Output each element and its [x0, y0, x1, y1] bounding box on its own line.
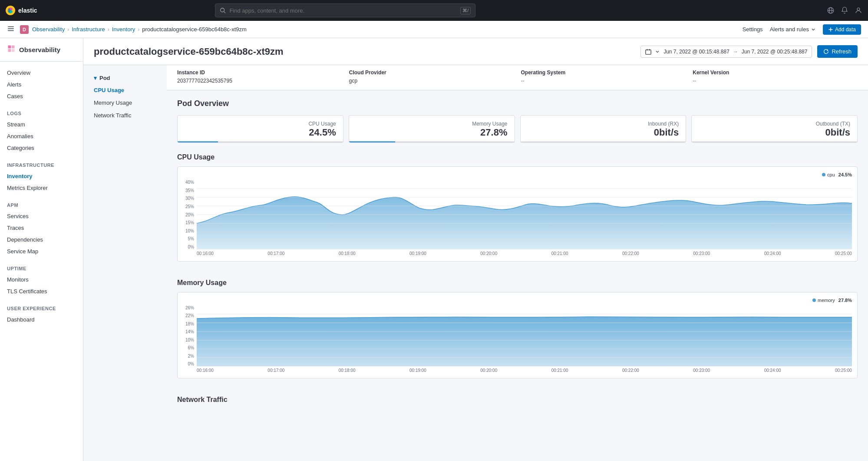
plus-icon: [828, 27, 833, 32]
cpu-chart-container: cpu 24.5% 40%35%30%25%20%15%10%5%0%: [177, 166, 858, 262]
sidebar-item-inventory[interactable]: Inventory: [0, 170, 83, 182]
overview-title: Pod Overview: [177, 99, 858, 108]
time-start: Jun 7, 2022 @ 00:15:48.887: [663, 49, 729, 55]
sidebar-item-monitors[interactable]: Monitors: [0, 274, 83, 285]
pod-nav-network[interactable]: Network Traffic: [83, 109, 167, 122]
metric-card-memory: Memory Usage 27.8%: [349, 115, 515, 143]
memory-x-labels: 00:16:0000:17:0000:18:0000:19:0000:20:00…: [183, 368, 852, 373]
sidebar-item-overview[interactable]: Overview: [0, 67, 83, 79]
sidebar-label-logs: Logs: [0, 109, 83, 119]
sidebar: Observability Overview Alerts Cases Logs…: [0, 38, 83, 461]
cpu-chart-section: CPU Usage cpu 24.5% 40%35%30%25%20%15%10: [167, 153, 868, 279]
refresh-button[interactable]: Refresh: [817, 45, 858, 58]
sidebar-label-apm: APM: [0, 201, 83, 210]
alerts-rules-button[interactable]: Alerts and rules: [770, 26, 816, 33]
bell-icon[interactable]: [840, 6, 849, 15]
sidebar-item-metrics-explorer[interactable]: Metrics Explorer: [0, 182, 83, 194]
pod-cloud-provider: Cloud Provider gcp: [349, 70, 514, 84]
pod-info-grid: Instance ID 2037777022342535795 Cloud Pr…: [177, 65, 858, 90]
chevron-down-icon-time: [655, 49, 660, 54]
user-icon[interactable]: [854, 6, 863, 15]
svg-rect-18: [12, 49, 15, 52]
pod-nav-cpu[interactable]: CPU Usage: [83, 84, 167, 96]
network-chart-section: Network Traffic: [167, 396, 868, 418]
metric-inbound-value: 0bit/s: [528, 127, 679, 138]
breadcrumb-observability[interactable]: Observability: [32, 26, 65, 33]
metric-memory-value: 27.8%: [356, 127, 508, 138]
time-end: Jun 7, 2022 @ 00:25:48.887: [742, 49, 808, 55]
svg-point-4: [221, 8, 224, 12]
sidebar-item-anomalies[interactable]: Anomalies: [0, 130, 83, 142]
chevron-down-icon: [811, 27, 816, 32]
search-icon: [220, 7, 226, 13]
breadcrumb-current: productcatalogservice-659bc64b8c-xt9zm: [142, 26, 247, 33]
metric-outbound-bar: [692, 141, 857, 143]
pod-kernel: Kernel Version --: [693, 70, 858, 84]
metric-outbound-label: Outbound (TX): [699, 121, 850, 127]
metrics-row: CPU Usage 24.5% Memory Usage 27.8%: [177, 115, 858, 143]
breadcrumb-sep-3: ›: [138, 27, 139, 33]
cpu-chart-with-labels: 40%35%30%25%20%15%10%5%0%: [183, 180, 852, 249]
sidebar-item-stream[interactable]: Stream: [0, 119, 83, 130]
svg-rect-17: [8, 49, 11, 52]
user-avatar: D: [20, 25, 29, 34]
sidebar-item-service-map[interactable]: Service Map: [0, 245, 83, 257]
pod-main-content: Instance ID 2037777022342535795 Cloud Pr…: [167, 65, 868, 418]
memory-y-labels: 26%22%18%14%10%6%2%0%: [183, 305, 197, 366]
sidebar-item-dependencies[interactable]: Dependencies: [0, 234, 83, 245]
sidebar-item-cases[interactable]: Cases: [0, 90, 83, 102]
sidebar-item-alerts[interactable]: Alerts: [0, 79, 83, 90]
metric-cpu-value: 24.5%: [185, 127, 336, 138]
sidebar-item-services[interactable]: Services: [0, 210, 83, 222]
search-shortcut: ⌘/: [460, 7, 471, 14]
sidebar-item-tls[interactable]: TLS Certificates: [0, 285, 83, 297]
global-search[interactable]: ⌘/: [215, 3, 475, 17]
top-bar: elastic ⌘/: [0, 0, 868, 21]
network-chart-title: Network Traffic: [177, 396, 858, 404]
metric-memory-bar: [349, 141, 515, 143]
refresh-icon: [823, 49, 829, 54]
svg-line-5: [224, 12, 226, 13]
elastic-logo[interactable]: elastic: [5, 5, 37, 16]
add-data-button[interactable]: Add data: [823, 24, 861, 35]
sidebar-header: Observability: [0, 38, 83, 62]
memory-chart-container: memory 27.8% 26%22%18%14%10%6%2%0%: [177, 292, 858, 378]
sidebar-item-dashboard[interactable]: Dashboard: [0, 314, 83, 325]
pod-os: Operating System --: [521, 70, 686, 84]
sidebar-section-apm: APM Services Traces Dependencies Service…: [0, 196, 83, 259]
metric-card-inbound: Inbound (RX) 0bit/s: [520, 115, 686, 143]
memory-area-chart: [197, 305, 852, 366]
pod-cloud-provider-label: Cloud Provider: [349, 70, 514, 76]
breadcrumb-sep-1: ›: [67, 27, 69, 33]
top-bar-actions: [826, 6, 863, 15]
metric-memory-label: Memory Usage: [356, 121, 508, 127]
main-layout: Observability Overview Alerts Cases Logs…: [0, 38, 868, 461]
svg-rect-16: [12, 46, 15, 49]
pod-nav-memory[interactable]: Memory Usage: [83, 96, 167, 109]
metric-card-outbound: Outbound (TX) 0bit/s: [691, 115, 858, 143]
globe-icon[interactable]: [826, 6, 835, 15]
breadcrumb-sep-2: ›: [108, 27, 109, 33]
settings-link[interactable]: Settings: [743, 26, 763, 33]
pod-detail-layout: ▾ Pod CPU Usage Memory Usage Network Tra…: [83, 65, 868, 418]
sidebar-section-main: Overview Alerts Cases: [0, 62, 83, 104]
svg-point-3: [8, 8, 10, 13]
breadcrumb-inventory[interactable]: Inventory: [112, 26, 135, 33]
cpu-chart-title: CPU Usage: [177, 153, 858, 161]
hamburger-menu[interactable]: [7, 25, 15, 34]
sidebar-section-user-experience: User Experience Dashboard: [0, 299, 83, 327]
pod-collapse-icon[interactable]: ▾: [94, 75, 97, 81]
sidebar-item-traces[interactable]: Traces: [0, 222, 83, 234]
time-picker[interactable]: Jun 7, 2022 @ 00:15:48.887 → Jun 7, 2022…: [640, 46, 812, 58]
breadcrumb-infrastructure[interactable]: Infrastructure: [72, 26, 105, 33]
pod-instance-id: Instance ID 2037777022342535795: [177, 70, 342, 84]
memory-chart-section: Memory Usage memory 27.8% 26%22%18%14%10: [167, 279, 868, 396]
memory-chart-with-labels: 26%22%18%14%10%6%2%0%: [183, 305, 852, 366]
metric-inbound-bar: [521, 141, 686, 143]
search-input[interactable]: [229, 7, 457, 14]
sidebar-item-categories[interactable]: Categories: [0, 142, 83, 154]
metric-card-cpu: CPU Usage 24.5%: [177, 115, 343, 143]
cpu-chart-header: cpu 24.5%: [183, 172, 852, 177]
sidebar-section-infrastructure: Infrastructure Inventory Metrics Explore…: [0, 156, 83, 196]
page-header-controls: Jun 7, 2022 @ 00:15:48.887 → Jun 7, 2022…: [640, 45, 858, 58]
